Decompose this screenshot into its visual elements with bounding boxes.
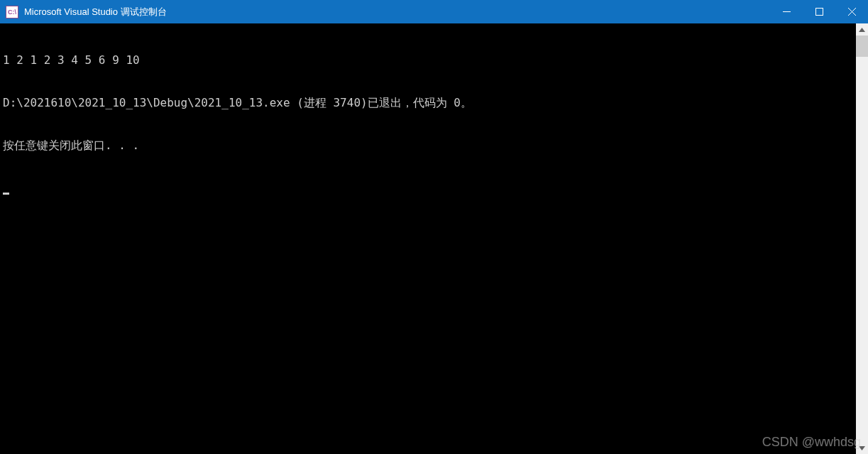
- minimize-button[interactable]: [770, 0, 803, 23]
- maximize-icon: [815, 8, 823, 16]
- client-area: 1 2 1 2 3 4 5 6 9 10 D:\2021610\2021_10_…: [0, 23, 868, 454]
- text-cursor: [3, 193, 9, 195]
- scroll-track[interactable]: [856, 36, 868, 442]
- chevron-up-icon: [859, 28, 865, 32]
- scroll-down-button[interactable]: [856, 442, 868, 454]
- titlebar[interactable]: C:\ Microsoft Visual Studio 调试控制台: [0, 0, 868, 23]
- vertical-scrollbar[interactable]: [856, 23, 868, 454]
- output-line: D:\2021610\2021_10_13\Debug\2021_10_13.e…: [3, 96, 856, 110]
- cursor-line: [3, 181, 856, 195]
- console-window: C:\ Microsoft Visual Studio 调试控制台 1 2 1 …: [0, 0, 868, 454]
- scroll-thumb[interactable]: [856, 36, 868, 57]
- output-line: 按任意键关闭此窗口. . .: [3, 139, 856, 153]
- output-line: 1 2 1 2 3 4 5 6 9 10: [3, 53, 856, 67]
- scroll-up-button[interactable]: [856, 23, 868, 36]
- minimize-icon: [783, 8, 791, 16]
- window-title: Microsoft Visual Studio 调试控制台: [24, 5, 770, 18]
- chevron-down-icon: [859, 446, 865, 450]
- close-icon: [848, 8, 856, 16]
- svg-rect-1: [815, 9, 823, 16]
- close-button[interactable]: [835, 0, 868, 23]
- window-controls: [770, 0, 868, 23]
- console-output[interactable]: 1 2 1 2 3 4 5 6 9 10 D:\2021610\2021_10_…: [0, 23, 856, 454]
- maximize-button[interactable]: [803, 0, 835, 23]
- app-icon: C:\: [6, 6, 18, 18]
